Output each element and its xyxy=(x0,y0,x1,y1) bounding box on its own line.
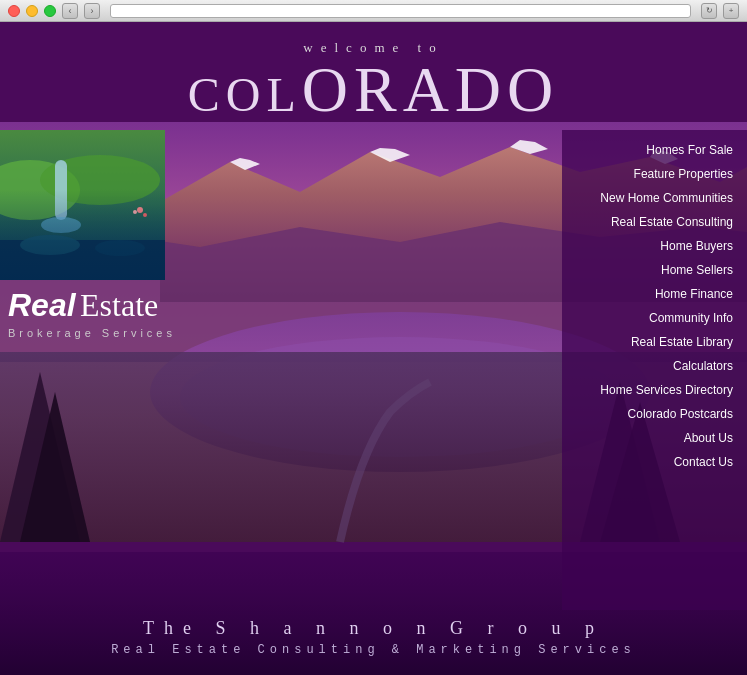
site-wrapper: welcome to COLORADO xyxy=(0,22,747,675)
address-bar[interactable] xyxy=(110,4,691,18)
svg-point-23 xyxy=(137,207,143,213)
right-nav: Homes For SaleFeature PropertiesNew Home… xyxy=(562,130,747,610)
nav-item-1[interactable]: Feature Properties xyxy=(562,162,747,186)
site-footer: The S h a n n o n G r o u p Real Estate … xyxy=(0,604,747,675)
tagline-text: Real Estate Consulting & Marketing Servi… xyxy=(0,643,747,657)
zoom-button[interactable] xyxy=(44,5,56,17)
forward-button[interactable]: › xyxy=(84,3,100,19)
svg-point-24 xyxy=(143,213,147,217)
nav-item-11[interactable]: Colorado Postcards xyxy=(562,402,747,426)
nav-item-10[interactable]: Home Services Directory xyxy=(562,378,747,402)
title-orado: ORADO xyxy=(302,54,560,125)
real-estate-box: Real Estate Brokerage Services xyxy=(0,280,185,339)
svg-point-19 xyxy=(41,217,81,233)
title-col: COL xyxy=(188,68,302,121)
nav-item-6[interactable]: Home Finance xyxy=(562,282,747,306)
svg-rect-15 xyxy=(0,130,165,280)
real-text: Real Estate xyxy=(8,288,185,323)
nav-item-7[interactable]: Community Info xyxy=(562,306,747,330)
browser-chrome: ‹ › ↻ + xyxy=(0,0,747,22)
minimize-button[interactable] xyxy=(26,5,38,17)
close-button[interactable] xyxy=(8,5,20,17)
nav-item-13[interactable]: Contact Us xyxy=(562,450,747,474)
svg-rect-18 xyxy=(55,160,67,220)
bookmark-icon[interactable]: + xyxy=(723,3,739,19)
refresh-icon[interactable]: ↻ xyxy=(701,3,717,19)
brokerage-text: Brokerage Services xyxy=(8,327,185,339)
nav-item-2[interactable]: New Home Communities xyxy=(562,186,747,210)
svg-point-22 xyxy=(95,240,145,256)
shannon-group-text: The S h a n n o n G r o u p xyxy=(0,618,747,639)
center-spacer xyxy=(185,130,562,610)
nav-item-12[interactable]: About Us xyxy=(562,426,747,450)
site-title: COLORADO xyxy=(0,58,747,122)
svg-rect-20 xyxy=(0,240,165,280)
nav-item-8[interactable]: Real Estate Library xyxy=(562,330,747,354)
nav-item-3[interactable]: Real Estate Consulting xyxy=(562,210,747,234)
nav-item-5[interactable]: Home Sellers xyxy=(562,258,747,282)
nav-item-0[interactable]: Homes For Sale xyxy=(562,138,747,162)
left-panel: Real Estate Brokerage Services xyxy=(0,130,185,610)
nav-item-9[interactable]: Calculators xyxy=(562,354,747,378)
svg-point-25 xyxy=(133,210,137,214)
nature-thumbnail xyxy=(0,130,165,280)
back-button[interactable]: ‹ xyxy=(62,3,78,19)
svg-point-21 xyxy=(20,235,80,255)
nav-item-4[interactable]: Home Buyers xyxy=(562,234,747,258)
